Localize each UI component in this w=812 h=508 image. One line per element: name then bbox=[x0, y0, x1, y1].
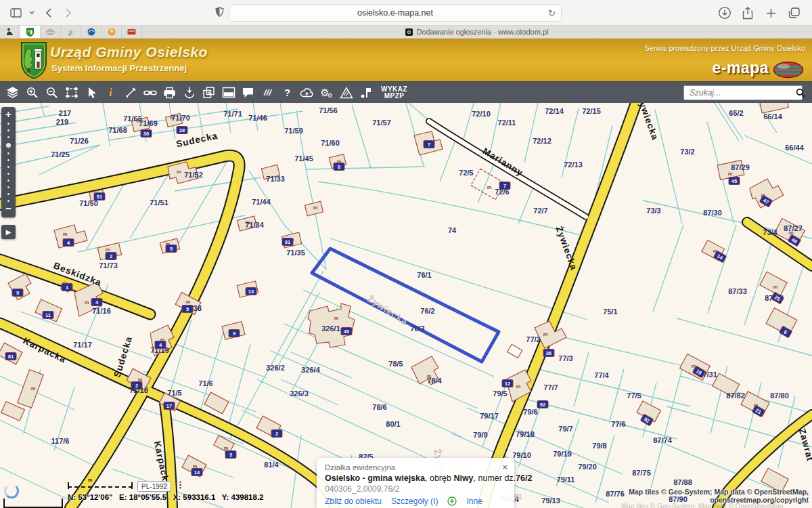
parcel-label: 72/12 bbox=[533, 137, 551, 145]
measure-icon[interactable] bbox=[123, 85, 137, 101]
cloud-services-icon[interactable] bbox=[300, 85, 314, 101]
parcel-label: 79/6 bbox=[523, 408, 537, 416]
forward-button[interactable] bbox=[60, 4, 77, 22]
tab-strip: ʂ Dodawanie ogłoszenia · www.otodom.pl bbox=[0, 26, 812, 39]
pinned-tab-7[interactable] bbox=[122, 26, 142, 38]
map-viewport[interactable]: mmmmmmmmmmmmmmmmmmmmmmmmmmmmmm 21721971/… bbox=[0, 103, 812, 508]
parcel-label: 77/7 bbox=[543, 383, 558, 391]
cadastral-map[interactable]: mmmmmmmmmmmmmmmmmmmmmmmmmmmmmm 21721971/… bbox=[0, 103, 812, 508]
close-icon[interactable]: × bbox=[502, 462, 508, 472]
parcel-label: 77/2 bbox=[526, 335, 540, 343]
parcel-label: 71/45 bbox=[294, 154, 313, 163]
layout-panels-icon[interactable] bbox=[221, 85, 235, 101]
select-area-icon[interactable] bbox=[64, 85, 78, 101]
address-badge: 7 bbox=[499, 182, 510, 190]
address-bar[interactable]: osielsko.e-mapa.net ↻ bbox=[229, 4, 562, 22]
parcel-label: 76/1 bbox=[417, 271, 431, 279]
pinned-tab-4[interactable]: ʂ bbox=[61, 26, 81, 38]
browser-chrome: osielsko.e-mapa.net ↻ bbox=[0, 0, 812, 26]
geo-system-globe-icon bbox=[773, 61, 804, 79]
parcel-label: 87/80 bbox=[770, 391, 789, 400]
chevron-down-icon[interactable] bbox=[27, 4, 37, 22]
pinned-tab-osielsko-active[interactable] bbox=[20, 26, 41, 38]
parcel-label: 217 bbox=[59, 109, 71, 117]
svg-text:92: 92 bbox=[540, 402, 545, 408]
print-icon[interactable] bbox=[162, 85, 177, 101]
tab-overview-button[interactable] bbox=[785, 4, 803, 22]
slashes-icon[interactable]: /// bbox=[261, 85, 275, 101]
more-link[interactable]: Inne bbox=[466, 496, 482, 506]
reload-icon[interactable]: ↻ bbox=[548, 8, 556, 18]
parcel-label: 71/5 bbox=[167, 389, 181, 397]
parcel-info-popup: Działka ewidencyjna × Osielsko - gmina w… bbox=[317, 458, 514, 508]
house-mark: m bbox=[177, 169, 181, 175]
svg-text:5: 5 bbox=[170, 246, 173, 252]
parcel-label: 87/74 bbox=[653, 436, 672, 444]
parcel-label: 71/57 bbox=[372, 119, 391, 127]
details-link[interactable]: Szczegóły (I) bbox=[391, 496, 438, 506]
red-favicon-icon bbox=[127, 28, 136, 35]
parcel-label: 79/20 bbox=[578, 463, 597, 471]
scale-bar: m bbox=[68, 484, 133, 490]
zoom-to-object-link[interactable]: Zbliż do obiektu bbox=[325, 496, 382, 506]
sidebar-icon[interactable] bbox=[7, 4, 24, 22]
address-badge: 13 bbox=[246, 288, 256, 295]
house-mark: m bbox=[334, 315, 339, 321]
zoom-out-icon[interactable] bbox=[45, 85, 59, 101]
gps-position-icon[interactable] bbox=[182, 85, 196, 101]
parcel-label: 71/52 bbox=[184, 171, 203, 179]
pinned-tab-6[interactable] bbox=[102, 26, 122, 38]
link-icon[interactable] bbox=[143, 85, 157, 101]
house-mark: m bbox=[313, 205, 318, 211]
warning-icon[interactable] bbox=[339, 85, 353, 101]
pinned-tab-5[interactable] bbox=[81, 26, 102, 38]
legend-icon[interactable] bbox=[359, 85, 373, 101]
pinned-tab-3[interactable] bbox=[41, 26, 61, 38]
expand-panel-button[interactable]: ▶ bbox=[1, 225, 16, 239]
parcel-label: 71/60 bbox=[321, 139, 340, 147]
house-mark: m bbox=[487, 184, 492, 190]
parcel-label: 66/14 bbox=[763, 112, 782, 121]
zoom-out-button[interactable]: − bbox=[5, 204, 12, 214]
help-icon[interactable]: ? bbox=[280, 85, 294, 101]
cursor-icon[interactable] bbox=[84, 85, 98, 101]
search-input[interactable] bbox=[684, 88, 796, 98]
new-tab-button[interactable] bbox=[762, 4, 780, 22]
person-favicon-icon bbox=[6, 28, 14, 36]
comment-icon[interactable] bbox=[241, 85, 255, 101]
search-icon[interactable] bbox=[796, 88, 805, 98]
parcel-label: 71/69 bbox=[139, 119, 158, 127]
tab-otodom[interactable]: Dodawanie ogłoszenia · www.otodom.pl bbox=[142, 26, 812, 38]
parcel-label: 72/13 bbox=[564, 161, 583, 169]
pinned-tab-1[interactable] bbox=[0, 26, 20, 38]
svg-text:17: 17 bbox=[166, 403, 172, 409]
parcel-label: 87/27 bbox=[784, 224, 803, 232]
address-badge: 5 bbox=[166, 245, 177, 253]
parcel-label: 78/5 bbox=[388, 360, 403, 368]
address-badge: 45 bbox=[729, 177, 740, 185]
parcel-label: 87/76 bbox=[606, 490, 625, 498]
crs-badge[interactable]: PL-1992 bbox=[137, 481, 171, 492]
parcel-label: 78/6 bbox=[372, 403, 386, 411]
share-button[interactable] bbox=[739, 4, 757, 22]
back-button[interactable] bbox=[39, 4, 57, 22]
more-options-icon[interactable]: ⋮ bbox=[176, 480, 185, 490]
parcel-label: 77/5 bbox=[627, 391, 641, 400]
downloads-button[interactable] bbox=[716, 4, 734, 22]
zoom-in-icon[interactable] bbox=[25, 85, 39, 101]
svg-text:7: 7 bbox=[503, 183, 506, 189]
wykaz-mpzp-button[interactable]: WYKAZ MPZP bbox=[381, 86, 407, 100]
parcel-label: 79/11 bbox=[557, 475, 575, 484]
privacy-shield-icon[interactable] bbox=[215, 7, 224, 20]
layers-icon[interactable] bbox=[5, 85, 20, 101]
address-badge: 1 bbox=[62, 284, 72, 291]
site-title: Urząd Gminy Osielsko bbox=[50, 44, 208, 60]
add-circle-icon[interactable] bbox=[447, 496, 457, 506]
address-badge: 36 bbox=[543, 350, 554, 357]
export-view-icon[interactable] bbox=[202, 85, 216, 101]
settings-gears-icon[interactable]: ⚙⚙ bbox=[319, 85, 334, 101]
parcel-label: 87/33 bbox=[728, 287, 747, 295]
info-icon[interactable]: i bbox=[104, 85, 118, 101]
current-zoom-level[interactable] bbox=[6, 143, 11, 148]
zoom-in-button[interactable]: + bbox=[5, 110, 12, 120]
